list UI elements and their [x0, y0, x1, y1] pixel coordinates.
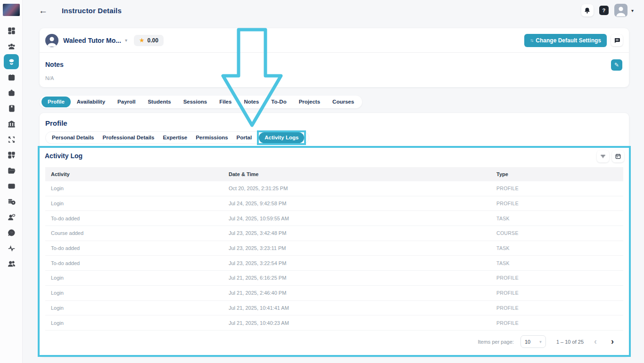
invoices-icon[interactable]: [4, 194, 19, 209]
tab-todo[interactable]: To-Do: [265, 97, 292, 107]
cell-datetime: Oct 20, 2025, 2:31:25 PM: [229, 186, 496, 191]
resize-icon[interactable]: [4, 132, 19, 147]
staff-icon[interactable]: [4, 256, 19, 271]
table-row[interactable]: To-do added Jul 23, 2025, 3:23:11 PM TAS…: [45, 241, 623, 256]
col-type: Type: [496, 171, 623, 177]
tab-courses[interactable]: Courses: [326, 97, 360, 107]
calendar-icon: [615, 153, 621, 160]
subtab-permissions[interactable]: Permissions: [191, 132, 232, 143]
page-title: Instructor Details: [62, 7, 122, 15]
cell-activity: To-do added: [45, 245, 229, 251]
table-row[interactable]: Login Jul 21, 2025, 10:40:23 AM PROFILE: [45, 315, 623, 331]
institution-icon[interactable]: [4, 116, 19, 131]
help-icon[interactable]: ?: [4, 225, 19, 240]
page-size-value: 10: [525, 339, 530, 345]
avatar-silhouette-icon: [45, 34, 58, 47]
date-range-button[interactable]: [612, 150, 624, 162]
tab-payroll[interactable]: Payroll: [111, 97, 141, 107]
caret-down-icon: ▾: [539, 339, 542, 344]
leads-icon[interactable]: [4, 210, 19, 225]
page-size-select[interactable]: 10 ▾: [520, 335, 546, 348]
cell-type: TASK: [496, 216, 623, 221]
table-row[interactable]: Login Jul 24, 2025, 9:42:58 PM PROFILE: [45, 196, 623, 211]
tab-notes[interactable]: Notes: [238, 97, 265, 107]
rating-badge: ★ 0.00: [134, 35, 164, 46]
table-header-row: Activity Date & Time Type: [45, 167, 623, 181]
comment-icon: [614, 37, 620, 44]
table-row[interactable]: To-do added Jul 23, 2025, 3:22:54 PM TAS…: [45, 256, 623, 271]
cell-type: TASK: [496, 245, 623, 251]
subtab-personal-details[interactable]: Personal Details: [48, 132, 98, 143]
cell-datetime: Jul 23, 2025, 3:22:54 PM: [229, 260, 496, 266]
courses-icon[interactable]: [4, 101, 19, 116]
pencil-icon: ✎: [614, 62, 619, 68]
instructor-tabs: Profile Availability Payroll Students Se…: [40, 96, 362, 108]
profile-section-title: Profile: [40, 113, 629, 131]
activity-logs-highlight-box: Activity Logs: [257, 130, 306, 145]
notifications-button[interactable]: [581, 4, 594, 16]
help-button[interactable]: ?: [599, 6, 609, 15]
filter-button[interactable]: [597, 150, 609, 162]
table-row[interactable]: Login Jul 21, 2025, 6:16:25 PM PROFILE: [45, 271, 623, 286]
instructor-card: Waleed Tutor Mo... ▾ ★ 0.00 ↑↓ Change De…: [40, 28, 629, 87]
activity-icon[interactable]: [4, 241, 19, 256]
briefcase-icon[interactable]: [4, 85, 19, 100]
table-row[interactable]: Login Jul 21, 2025, 2:46:40 PM PROFILE: [45, 286, 623, 301]
bell-icon: [584, 7, 591, 14]
instructors-icon[interactable]: [4, 54, 19, 69]
sort-arrows-icon: ↑↓: [530, 38, 533, 43]
dashboard-icon[interactable]: [4, 23, 19, 38]
cell-datetime: Jul 23, 2025, 3:42:48 PM: [229, 230, 496, 236]
cell-type: PROFILE: [496, 290, 623, 296]
sidebar: ?: [0, 0, 23, 363]
widgets-icon[interactable]: [4, 147, 19, 162]
calendar-icon[interactable]: [4, 70, 19, 85]
cell-datetime: Jul 21, 2025, 10:41:41 AM: [229, 305, 496, 311]
paginator: Items per page: 10 ▾ 1 – 10 of 25 ‹ ›: [45, 335, 618, 348]
prev-page-button[interactable]: ‹: [590, 337, 601, 347]
edit-notes-button[interactable]: ✎: [611, 59, 622, 71]
table-row[interactable]: Course added Jul 23, 2025, 3:42:48 PM CO…: [45, 226, 623, 241]
name-caret-icon[interactable]: ▾: [125, 38, 127, 43]
cell-type: PROFILE: [496, 320, 623, 326]
avatar-silhouette-icon: [614, 4, 627, 17]
question-icon: ?: [603, 8, 606, 13]
activity-log-table: Activity Date & Time Type Login Oct 20, …: [45, 167, 623, 331]
col-activity: Activity: [45, 171, 229, 177]
students-icon[interactable]: [4, 39, 19, 54]
cell-activity: Login: [45, 320, 229, 326]
tab-files[interactable]: Files: [213, 97, 238, 107]
user-avatar[interactable]: [614, 4, 627, 17]
col-datetime: Date & Time: [229, 171, 496, 177]
table-row[interactable]: Login Jul 21, 2025, 10:41:41 AM PROFILE: [45, 301, 623, 316]
pagination-range: 1 – 10 of 25: [556, 339, 584, 345]
change-default-settings-button[interactable]: ↑↓ Change Default Settings: [524, 34, 607, 47]
profile-subtabs: Personal Details Professional Details Ex…: [45, 131, 309, 144]
cell-datetime: Jul 24, 2025, 10:59:55 AM: [229, 216, 496, 221]
tab-availability[interactable]: Availability: [71, 97, 111, 107]
profile-caret-icon[interactable]: ▾: [631, 8, 634, 13]
tab-sessions[interactable]: Sessions: [177, 97, 214, 107]
instructor-name[interactable]: Waleed Tutor Mo...: [63, 37, 121, 44]
payment-card-icon[interactable]: [4, 178, 19, 194]
tab-projects[interactable]: Projects: [293, 97, 326, 107]
folder-icon[interactable]: [4, 163, 19, 178]
subtab-expertise[interactable]: Expertise: [158, 132, 191, 143]
tab-profile[interactable]: Profile: [41, 97, 71, 107]
filter-icon: [600, 153, 606, 160]
tab-students[interactable]: Students: [141, 97, 177, 107]
subtab-portal[interactable]: Portal: [232, 132, 256, 143]
cell-activity: Login: [45, 275, 229, 281]
next-page-button[interactable]: ›: [607, 337, 618, 347]
back-button[interactable]: ←: [39, 6, 48, 15]
cell-type: PROFILE: [496, 186, 623, 191]
table-row[interactable]: Login Oct 20, 2025, 2:31:25 PM PROFILE: [45, 181, 623, 196]
subtab-activity-logs[interactable]: Activity Logs: [259, 132, 304, 143]
cell-activity: Course added: [45, 230, 229, 236]
cell-datetime: Jul 21, 2025, 2:46:40 PM: [229, 290, 496, 296]
app-logo[interactable]: [3, 4, 20, 16]
cell-activity: To-do added: [45, 216, 229, 221]
comment-button[interactable]: [611, 34, 623, 46]
subtab-professional-details[interactable]: Professional Details: [98, 132, 158, 143]
table-row[interactable]: To-do added Jul 24, 2025, 10:59:55 AM TA…: [45, 211, 623, 226]
